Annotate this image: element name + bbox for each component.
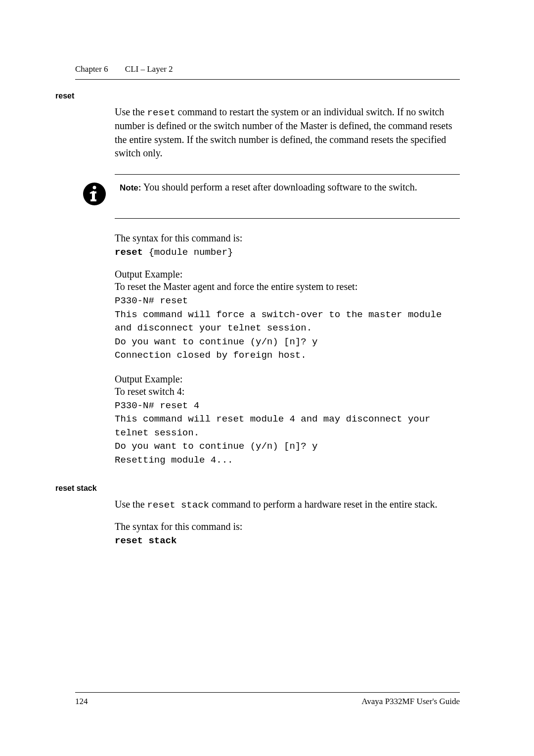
page-number: 124 xyxy=(75,697,88,707)
book-title: Avaya P332MF User's Guide xyxy=(361,697,460,707)
info-icon xyxy=(82,182,107,206)
reset-stack-syntax-keyword: reset stack xyxy=(115,535,177,546)
terminal-line: This command will reset module 4 and may… xyxy=(115,413,460,440)
reset-intro-prefix: Use the xyxy=(115,106,147,117)
reset-stack-syntax-intro: The syntax for this command is: xyxy=(115,521,460,532)
terminal-line: This command will force a switch-over to… xyxy=(115,308,460,335)
chapter-header: Chapter 6 CLI – Layer 2 xyxy=(75,64,460,74)
example-subheading: To reset the Master agent and force the … xyxy=(115,281,460,292)
terminal-line: Do you want to continue (y/n) [n]? y xyxy=(115,440,460,454)
example-subheading: To reset switch 4: xyxy=(115,386,460,397)
reset-example-1: Output Example: To reset the Master agen… xyxy=(115,269,460,363)
terminal-line: Do you want to continue (y/n) [n]? y xyxy=(115,335,460,349)
terminal-line: Resetting module 4... xyxy=(115,454,460,468)
example-heading: Output Example: xyxy=(115,374,460,385)
reset-syntax-block: The syntax for this command is: reset {m… xyxy=(115,233,460,258)
note-body: You should perform a reset after downloa… xyxy=(141,182,417,192)
header-rule xyxy=(75,79,460,80)
reset-stack-intro-prefix: Use the xyxy=(115,499,147,510)
terminal-line: P330-N# reset xyxy=(115,294,460,308)
section-title-reset-stack: reset stack xyxy=(55,484,460,493)
reset-stack-intro-suffix: command to perform a hardware reset in t… xyxy=(209,499,437,510)
chapter-label: Chapter 6 xyxy=(75,64,108,74)
example-heading: Output Example: xyxy=(115,269,460,280)
terminal-line: Connection closed by foreign host. xyxy=(115,349,460,363)
reset-intro-code: reset xyxy=(147,107,176,118)
section-title-reset: reset xyxy=(55,92,460,100)
reset-syntax-command: reset {module number} xyxy=(115,247,460,258)
footer-rule xyxy=(75,692,460,693)
note-label: Note: xyxy=(120,183,141,192)
note-text: Note: You should perform a reset after d… xyxy=(120,182,417,193)
reset-syntax-intro: The syntax for this command is: xyxy=(115,233,460,244)
reset-stack-intro-paragraph: Use the reset stack command to perform a… xyxy=(115,498,460,512)
page-footer: 124 Avaya P332MF User's Guide xyxy=(75,697,460,707)
reset-syntax-args: {module number} xyxy=(143,247,233,258)
chapter-title: CLI – Layer 2 xyxy=(125,64,173,74)
reset-syntax-keyword: reset xyxy=(115,247,143,258)
terminal-line: P330-N# reset 4 xyxy=(115,399,460,413)
reset-stack-intro-code: reset stack xyxy=(147,500,209,511)
reset-example-2: Output Example: To reset switch 4: P330-… xyxy=(115,374,460,468)
reset-stack-syntax-command: reset stack xyxy=(115,535,460,546)
svg-point-1 xyxy=(93,186,96,189)
reset-intro-paragraph: Use the reset command to restart the sys… xyxy=(115,105,460,160)
reset-stack-syntax-block: The syntax for this command is: reset st… xyxy=(115,521,460,546)
note-block: Note: You should perform a reset after d… xyxy=(115,174,460,219)
